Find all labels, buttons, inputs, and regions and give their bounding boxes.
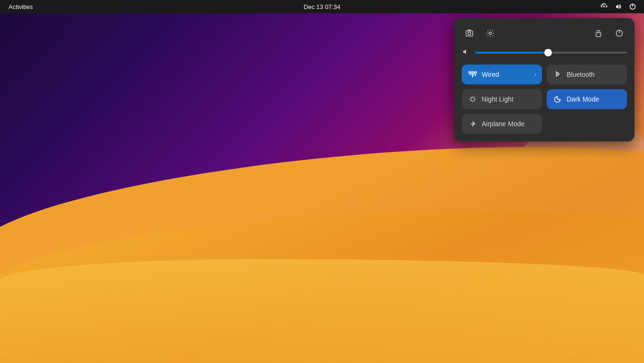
network-status-icon[interactable]	[598, 2, 610, 11]
wired-icon	[468, 70, 477, 79]
activities-button[interactable]: Activities	[6, 2, 36, 11]
svg-rect-8	[596, 33, 601, 37]
power-button[interactable]	[612, 26, 627, 41]
svg-point-14	[471, 97, 475, 101]
wave-3	[0, 259, 644, 363]
volume-status-icon[interactable]	[613, 2, 624, 11]
toggles-grid: Wired › Bluetooth Night Light	[462, 65, 627, 134]
bluetooth-icon	[553, 70, 562, 79]
wired-chevron: ›	[534, 71, 536, 78]
topbar-datetime: Dec 13 07:34	[304, 3, 340, 10]
dark-mode-icon	[553, 95, 562, 103]
svg-rect-6	[468, 30, 471, 31]
night-light-label: Night Light	[482, 95, 513, 103]
topbar: Activities Dec 13 07:34	[0, 0, 644, 13]
svg-rect-4	[466, 31, 473, 36]
airplane-mode-label: Airplane Mode	[482, 120, 524, 128]
wired-toggle[interactable]: Wired ›	[462, 65, 542, 84]
topbar-right	[598, 2, 638, 11]
topbar-left: Activities	[6, 2, 36, 11]
svg-rect-11	[472, 72, 474, 73]
settings-button[interactable]	[483, 26, 498, 41]
panel-header-left	[462, 26, 498, 41]
dark-mode-toggle[interactable]: Dark Mode	[547, 89, 627, 109]
volume-slider-thumb[interactable]	[544, 49, 552, 56]
night-light-icon	[468, 95, 477, 103]
volume-slider[interactable]	[475, 52, 627, 54]
svg-point-7	[489, 32, 492, 35]
svg-point-5	[468, 32, 471, 35]
svg-rect-12	[475, 72, 476, 73]
svg-rect-10	[469, 72, 471, 73]
svg-point-1	[604, 6, 605, 8]
dark-mode-label: Dark Mode	[567, 95, 599, 103]
svg-point-0	[601, 6, 603, 8]
bluetooth-toggle[interactable]: Bluetooth	[547, 65, 627, 84]
volume-mute-icon	[462, 47, 470, 58]
airplane-mode-toggle[interactable]: Airplane Mode	[462, 114, 542, 134]
airplane-icon	[468, 120, 477, 128]
wired-label: Wired	[482, 71, 499, 78]
power-status-icon[interactable]	[627, 2, 638, 11]
lock-button[interactable]	[591, 26, 606, 41]
bluetooth-label: Bluetooth	[567, 71, 595, 78]
volume-slider-fill	[475, 52, 548, 54]
quick-settings-panel: Wired › Bluetooth Night Light	[454, 18, 635, 141]
svg-point-2	[606, 6, 607, 8]
screenshot-button[interactable]	[462, 26, 477, 41]
svg-point-13	[472, 75, 473, 76]
volume-row	[462, 47, 627, 58]
panel-header	[462, 26, 627, 41]
night-light-toggle[interactable]: Night Light	[462, 89, 542, 109]
panel-header-right	[591, 26, 627, 41]
